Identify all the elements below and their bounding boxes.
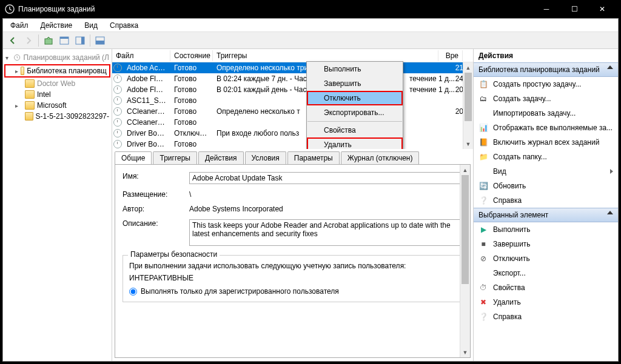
action-icon: ⊘ (478, 254, 488, 263)
close-button[interactable]: ✕ (588, 0, 616, 18)
svg-rect-5 (81, 37, 84, 44)
tabs: Общие Триггеры Действия Условия Параметр… (112, 149, 473, 164)
action-item[interactable]: ❔Справка (474, 309, 618, 324)
tab-triggers[interactable]: Триггеры (153, 151, 197, 164)
menu-file[interactable]: Файл (5, 20, 33, 31)
middle-panel: Файл Состояние Триггеры Вре Adobe Acro..… (112, 49, 474, 361)
action-item[interactable]: ⏱Свойства (474, 280, 618, 295)
tab-content: Имя: Размещение: \ Автор: Adobe Systems … (115, 164, 471, 358)
scrollbar-vertical[interactable]: ▲ ▼ (463, 62, 473, 149)
menu-action[interactable]: Действие (36, 20, 78, 31)
folder-icon (21, 67, 24, 75)
action-item[interactable]: ⊘Отключить (474, 251, 618, 266)
scroll-up-icon[interactable]: ▲ (463, 62, 473, 73)
svg-rect-1 (45, 39, 52, 44)
tree-child-2[interactable]: ▸Microsoft (3, 100, 112, 111)
tree-library[interactable]: ▸ Библиотека планировщ (4, 64, 110, 78)
actions-section1-title[interactable]: Библиотека планировщика заданий (474, 62, 618, 77)
runas-label: При выполнении задачи использовать следу… (129, 262, 456, 270)
action-item[interactable]: 📊Отображать все выполняемые за... (474, 121, 618, 135)
minimize-button[interactable]: ─ (532, 0, 560, 18)
action-item[interactable]: Вид (474, 164, 618, 179)
ctx-delete[interactable]: Удалить (307, 137, 403, 149)
tab-actions[interactable]: Действия (198, 151, 244, 164)
task-row[interactable]: CCleanerSki... Готово (112, 117, 473, 128)
task-row[interactable]: Driver Boost... Отключено При входе любо… (112, 128, 473, 139)
panel-button-2[interactable] (73, 33, 87, 48)
scroll-thumb[interactable] (462, 175, 469, 284)
scroll-down-icon[interactable]: ▼ (460, 347, 470, 357)
runas-radio[interactable] (129, 288, 137, 296)
action-item[interactable]: Импортировать задачу... (474, 106, 618, 121)
ctx-run[interactable]: Выполнить (307, 62, 403, 76)
action-item[interactable]: ■Завершить (474, 237, 618, 251)
task-row[interactable]: CCleaner Up... Готово Определено несколь… (112, 106, 473, 117)
collapse-icon (607, 65, 613, 69)
location-label: Размещение: (123, 190, 189, 199)
action-item[interactable]: Экспорт... (474, 266, 618, 280)
task-row[interactable]: Adobe Flash... Готово В 02:24 каждые 7 д… (112, 73, 473, 84)
toolbar (3, 32, 618, 49)
scroll-up-icon[interactable]: ▲ (460, 165, 470, 175)
ctx-disable[interactable]: Отключить (307, 91, 403, 105)
task-row[interactable]: ASC11_Skip... Готово (112, 95, 473, 106)
window-title: Планировщик заданий (18, 5, 95, 13)
action-icon: 📊 (478, 123, 488, 133)
menu-help[interactable]: Справка (105, 20, 143, 31)
menubar: Файл Действие Вид Справка (3, 19, 618, 32)
scroll-thumb[interactable] (465, 73, 472, 121)
author-value: Adobe Systems Incorporated (189, 205, 463, 213)
task-row[interactable]: Adobe Flash... Готово В 02:01 каждый ден… (112, 84, 473, 95)
actions-section2-title[interactable]: Выбранный элемент (474, 208, 618, 222)
action-item[interactable]: ✖Удалить (474, 295, 618, 309)
tree-child-0[interactable]: Doctor Web (3, 78, 112, 89)
action-item[interactable]: ▶Выполнить (474, 222, 618, 237)
clock-icon (113, 96, 122, 105)
action-item[interactable]: 📁Создать папку... (474, 150, 618, 164)
panel-button-3[interactable] (93, 33, 107, 48)
panel-button-1[interactable] (57, 33, 72, 48)
col-time[interactable]: Вре (438, 50, 463, 61)
collapse-icon (607, 211, 613, 214)
tree-root[interactable]: ▾ Планировщик заданий (Л (3, 51, 112, 64)
action-item[interactable]: 🔄Обновить (474, 179, 618, 193)
action-item[interactable]: 📋Создать простую задачу... (474, 77, 618, 91)
tab-history[interactable]: Журнал (отключен) (341, 151, 420, 164)
ctx-export[interactable]: Экспортировать... (307, 105, 403, 120)
action-icon: 🔄 (478, 181, 488, 191)
clock-icon (113, 64, 122, 72)
ctx-properties[interactable]: Свойства (307, 123, 403, 137)
up-button[interactable] (41, 33, 56, 48)
col-trigger[interactable]: Триггеры (213, 50, 438, 61)
location-value: \ (189, 190, 463, 199)
ctx-end[interactable]: Завершить (307, 76, 403, 91)
maximize-button[interactable]: ☐ (560, 0, 588, 18)
scroll-down-icon[interactable]: ▼ (463, 139, 473, 149)
action-icon: ▶ (478, 225, 488, 234)
action-icon: 📁 (478, 152, 488, 162)
action-item[interactable]: ❔Справка (474, 193, 618, 208)
col-file[interactable]: Файл (112, 50, 170, 61)
tree-panel: ▾ Планировщик заданий (Л ▸ Библиотека пл… (3, 49, 112, 361)
context-menu: Выполнить Завершить Отключить Экспортиро… (306, 61, 403, 149)
task-row[interactable]: Driver Boost... Готово (112, 139, 473, 149)
tab-settings[interactable]: Параметры (287, 151, 340, 164)
description-textarea[interactable] (189, 219, 463, 246)
detail-scrollbar[interactable]: ▲ ▼ (460, 165, 470, 357)
forward-button[interactable] (21, 33, 36, 48)
clock-icon (113, 140, 122, 148)
tab-conditions[interactable]: Условия (245, 151, 286, 164)
tree-child-3[interactable]: S-1-5-21-3092823297- (3, 111, 112, 122)
menu-view[interactable]: Вид (79, 20, 102, 31)
back-button[interactable] (5, 33, 20, 48)
folder-icon (25, 79, 35, 88)
tree-child-1[interactable]: Intel (3, 89, 112, 100)
task-row[interactable]: Adobe Acro... Готово Определено нескольк… (112, 62, 473, 73)
detail-panel: Общие Триггеры Действия Условия Параметр… (112, 149, 473, 361)
action-item[interactable]: 🗂Создать задачу... (474, 91, 618, 106)
tab-general[interactable]: Общие (115, 151, 152, 164)
col-state[interactable]: Состояние (170, 50, 213, 61)
action-icon: ■ (478, 239, 488, 249)
name-input[interactable] (189, 172, 463, 184)
action-item[interactable]: 📙Включить журнал всех заданий (474, 135, 618, 150)
